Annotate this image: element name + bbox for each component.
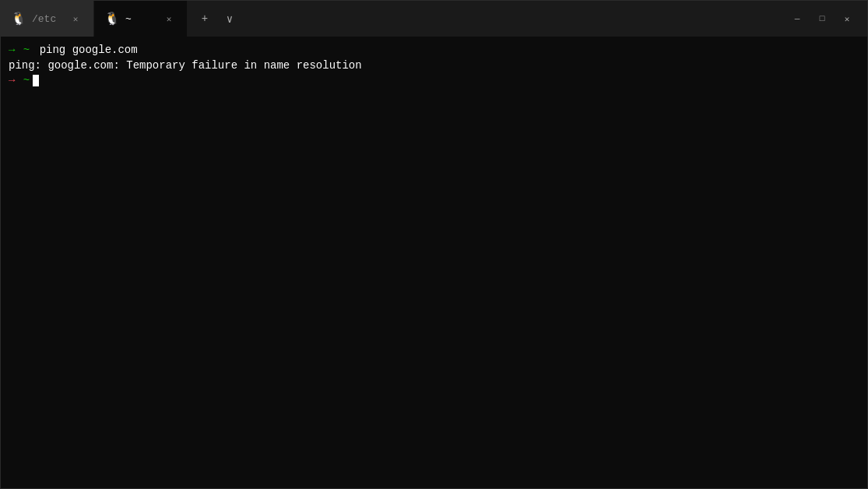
terminal-line-command: → ~ ping google.com	[9, 43, 859, 58]
terminal-window: 🐧 /etc ✕ 🐧 ~ ✕ + ∨ — □ ✕	[0, 0, 868, 489]
terminal-content[interactable]: → ~ ping google.com ping: google.com: Te…	[1, 37, 867, 488]
window-controls: — □ ✕	[777, 8, 867, 30]
minimize-button[interactable]: —	[786, 8, 808, 30]
error-output: ping: google.com: Temporary failure in n…	[9, 58, 362, 74]
tab-dropdown-button[interactable]: ∨	[219, 8, 241, 30]
close-button[interactable]: ✕	[836, 8, 858, 30]
tab-etc-label: /etc	[32, 13, 62, 25]
prompt-tilde-1: ~	[16, 43, 36, 58]
tabs-container: 🐧 /etc ✕ 🐧 ~ ✕ + ∨	[1, 1, 777, 37]
command-text: ping google.com	[40, 43, 138, 58]
linux-icon-tab1: 🐧	[12, 12, 26, 26]
linux-icon-tab2: 🐧	[105, 12, 119, 26]
terminal-line-output: ping: google.com: Temporary failure in n…	[9, 58, 859, 74]
maximize-button[interactable]: □	[811, 8, 833, 30]
prompt-tilde-2: ~	[16, 73, 30, 89]
new-tab-button[interactable]: +	[194, 8, 216, 30]
title-bar: 🐧 /etc ✕ 🐧 ~ ✕ + ∨ — □ ✕	[1, 1, 867, 37]
terminal-cursor	[33, 75, 39, 86]
terminal-line-prompt: → ~	[9, 73, 859, 89]
tab-home[interactable]: 🐧 ~ ✕	[94, 1, 188, 37]
prompt-arrow-green: →	[9, 43, 15, 58]
tab-home-label: ~	[125, 13, 156, 25]
tab-actions: + ∨	[188, 1, 247, 37]
tab-etc[interactable]: 🐧 /etc ✕	[1, 1, 94, 37]
tab-home-close[interactable]: ✕	[162, 12, 176, 26]
prompt-arrow-red: →	[9, 73, 15, 89]
tab-etc-close[interactable]: ✕	[69, 12, 83, 26]
